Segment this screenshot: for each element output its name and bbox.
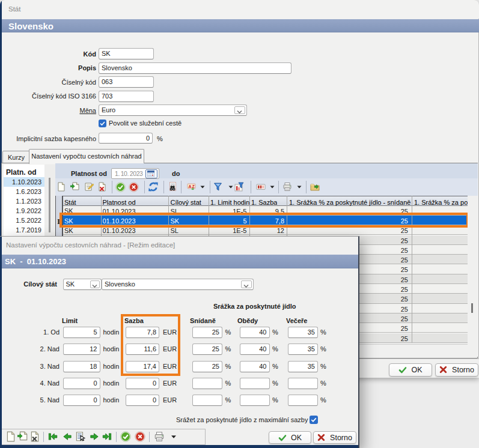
svg-text:Z: Z: [192, 184, 195, 189]
svg-text:A: A: [189, 184, 192, 189]
